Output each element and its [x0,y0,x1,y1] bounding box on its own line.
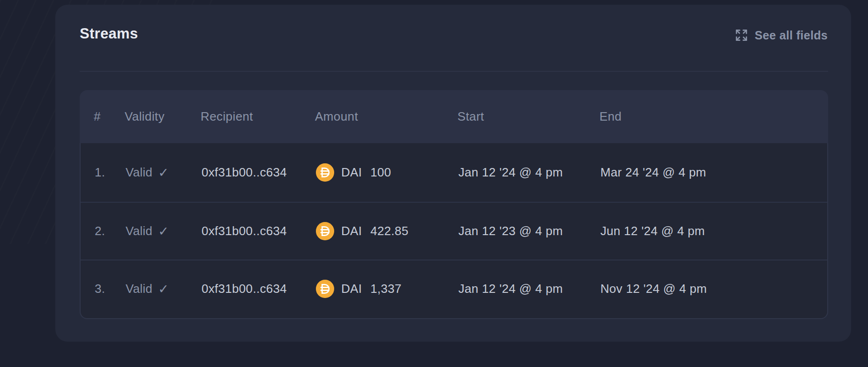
column-header-amount: Amount [315,109,457,124]
token-amount: 100 [370,165,391,180]
column-header-recipient: Recipient [201,109,315,124]
amount-cell: DAI 422.85 [316,222,458,240]
amount-cell: DAI 100 [316,163,458,182]
end-date: Nov 12 '24 @ 4 pm [600,282,827,296]
validity-cell: Valid ✓ [126,282,202,297]
recipient-address: 0xf31b00..c634 [202,282,316,296]
recipient-address: 0xf31b00..c634 [202,224,316,238]
column-header-start: Start [457,109,599,124]
title-divider [80,71,828,72]
token-amount: 1,337 [370,282,402,296]
end-date: Jun 12 '24 @ 4 pm [600,224,827,238]
expand-arrows-icon [734,28,748,42]
table-row[interactable]: 1. Valid ✓ 0xf31b00..c634 DAI 100 [81,143,827,202]
token-symbol: DAI [341,282,362,296]
checkmark-icon: ✓ [158,282,169,297]
dai-token-icon [316,222,334,240]
validity-label: Valid [126,165,152,180]
dai-token-icon [316,163,334,182]
start-date: Jan 12 '24 @ 4 pm [458,282,600,296]
column-header-end: End [599,109,828,124]
row-index: 3. [95,282,126,296]
validity-label: Valid [126,224,152,238]
table-header-row: # Validity Recipient Amount Start End [80,90,828,143]
token-symbol: DAI [341,165,362,180]
table-row[interactable]: 2. Valid ✓ 0xf31b00..c634 DAI 422.85 [81,202,827,260]
streams-table: # Validity Recipient Amount Start End 1.… [80,90,828,319]
table-row[interactable]: 3. Valid ✓ 0xf31b00..c634 DAI 1,337 [81,260,827,317]
table-body: 1. Valid ✓ 0xf31b00..c634 DAI 100 [80,143,828,319]
column-header-index: # [94,109,125,124]
column-header-validity: Validity [125,109,201,124]
token-amount: 422.85 [370,224,408,238]
validity-cell: Valid ✓ [126,165,202,180]
page-title: Streams [80,25,138,42]
row-index: 1. [95,165,126,180]
recipient-address: 0xf31b00..c634 [202,165,316,180]
streams-card: Streams See all fields # Validity Recipi… [55,5,851,342]
end-date: Mar 24 '24 @ 4 pm [600,165,827,180]
validity-cell: Valid ✓ [126,224,202,239]
checkmark-icon: ✓ [158,224,169,239]
start-date: Jan 12 '23 @ 4 pm [458,224,600,238]
see-all-fields-button[interactable]: See all fields [734,28,828,42]
validity-label: Valid [126,282,152,296]
see-all-fields-label: See all fields [755,29,828,42]
row-index: 2. [95,224,126,238]
start-date: Jan 12 '24 @ 4 pm [458,165,600,180]
dai-token-icon [316,280,334,298]
amount-cell: DAI 1,337 [316,280,458,298]
checkmark-icon: ✓ [158,165,169,180]
token-symbol: DAI [341,224,362,238]
